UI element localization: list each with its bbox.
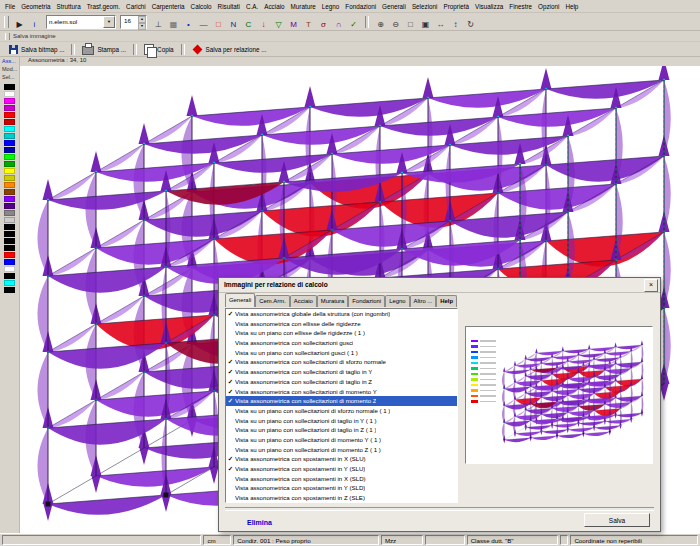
salva-per-relazione-button[interactable]: Salva per relazione ... <box>187 43 272 56</box>
list-item[interactable]: ✓Vista assonometrica con sollecitazioni … <box>226 367 457 377</box>
list-item[interactable]: Vista assonometrica con spostamenti in X… <box>226 474 457 484</box>
tab-muratura[interactable]: Muratura <box>317 295 349 307</box>
panel-tab-ass[interactable]: Ass... <box>0 57 19 65</box>
menu-calcolo[interactable]: Calcolo <box>188 3 215 10</box>
palette-swatch[interactable] <box>4 280 15 286</box>
menu-propriet[interactable]: Proprietà <box>440 3 472 10</box>
list-item[interactable]: Vista assonometrica con spostamenti in Z… <box>226 493 457 503</box>
spinner-arrows[interactable]: ▲▼ <box>138 16 146 28</box>
list-item[interactable]: Vista su un piano con sollecitazioni di … <box>226 445 457 455</box>
palette-swatch[interactable] <box>4 105 15 111</box>
palette-swatch[interactable] <box>4 231 15 237</box>
info-icon[interactable]: i <box>27 18 42 31</box>
toolbar-grip[interactable] <box>5 33 10 40</box>
constraints-icon[interactable]: C <box>241 18 256 31</box>
palette-swatch[interactable] <box>4 287 15 293</box>
check-results-icon[interactable]: ✓ <box>346 18 361 31</box>
menu-ca[interactable]: C.A. <box>243 3 261 10</box>
tab-help[interactable]: Help <box>436 295 457 307</box>
list-item[interactable]: Vista su un piano con sollecitazioni di … <box>226 435 457 445</box>
list-item[interactable]: ✓Vista assonometrica con sollecitazioni … <box>226 377 457 387</box>
panel-tab-sel[interactable]: Sel... <box>0 73 19 81</box>
list-item[interactable]: ✓Vista assonometrica con spostamenti in … <box>226 454 457 464</box>
menu-legno[interactable]: Legno <box>319 3 343 10</box>
diagram-icon[interactable]: ∩ <box>331 18 346 31</box>
list-item[interactable]: Vista assonometrica con ellisse delle ri… <box>226 319 457 329</box>
menu-fondazioni[interactable]: Fondazioni <box>342 3 379 10</box>
list-item[interactable]: Vista assonometrica con spostamenti in Y… <box>226 483 457 493</box>
tab-generali[interactable]: Generali <box>225 293 255 307</box>
palette-swatch[interactable] <box>4 182 15 188</box>
chevron-down-icon[interactable]: ▼ <box>103 16 115 28</box>
list-item[interactable]: Vista su un piano con sollecitazioni di … <box>226 406 457 416</box>
node-icon[interactable]: • <box>181 18 196 31</box>
menu-generali[interactable]: Generali <box>379 3 409 10</box>
palette-swatch[interactable] <box>4 238 15 244</box>
pan-horizontal-icon[interactable]: ↔ <box>433 18 448 31</box>
palette-swatch[interactable] <box>4 112 15 118</box>
zoom-out-icon[interactable]: ⊖ <box>388 18 403 31</box>
list-item[interactable]: Vista su un piano con sollecitazioni di … <box>226 425 457 435</box>
moment-icon[interactable]: M <box>286 18 301 31</box>
dialog-title-bar[interactable]: Immagini per relazione di calcolo × <box>219 278 660 293</box>
text-size-spinner[interactable]: 16 ▲▼ <box>120 15 147 29</box>
menu-acciaio[interactable]: Acciaio <box>261 3 287 10</box>
palette-swatch[interactable] <box>4 175 15 181</box>
palette-swatch[interactable] <box>4 119 15 125</box>
loads-icon[interactable]: ↓ <box>256 18 271 31</box>
palette-swatch[interactable] <box>4 210 15 216</box>
elimina-button[interactable]: Elimina <box>247 519 272 526</box>
menu-help[interactable]: Help <box>562 3 581 10</box>
tab-legno[interactable]: Legno <box>385 295 409 307</box>
palette-swatch[interactable] <box>4 259 15 265</box>
menu-murature[interactable]: Murature <box>288 3 319 10</box>
beam-icon[interactable]: — <box>196 18 211 31</box>
salva-button[interactable]: Salva <box>584 513 650 527</box>
palette-swatch[interactable] <box>4 140 15 146</box>
axes-icon[interactable]: ⊥ <box>151 18 166 31</box>
menu-opzioni[interactable]: Opzioni <box>535 3 562 10</box>
menu-struttura[interactable]: Struttura <box>54 3 84 10</box>
numbering-icon[interactable]: N <box>226 18 241 31</box>
palette-swatch[interactable] <box>4 245 15 251</box>
palette-swatch[interactable] <box>4 168 15 174</box>
palette-swatch[interactable] <box>4 91 15 97</box>
toolbar-grip[interactable] <box>4 16 9 28</box>
salva-bitmap-button[interactable]: Salva bitmap ... <box>4 43 69 56</box>
menu-finestre[interactable]: Finestre <box>506 3 535 10</box>
zoom-window-icon[interactable]: □ <box>403 18 418 31</box>
zoom-in-icon[interactable]: ⊕ <box>373 18 388 31</box>
tab-cemarm[interactable]: Cem.Arm. <box>255 295 290 307</box>
pan-vertical-icon[interactable]: ↕ <box>448 18 463 31</box>
tab-fondazioni[interactable]: Fondazioni <box>348 295 385 307</box>
menu-file[interactable]: File <box>2 3 18 10</box>
palette-swatch[interactable] <box>4 217 15 223</box>
shear-icon[interactable]: T <box>301 18 316 31</box>
panel-tab-mod[interactable]: Mod... <box>0 65 19 73</box>
palette-swatch[interactable] <box>4 203 15 209</box>
copia-button[interactable]: Copia <box>139 43 178 56</box>
menu-visualizza[interactable]: Visualizza <box>472 3 506 10</box>
list-item[interactable]: ✓Vista assonometrica con sollecitazioni … <box>226 357 457 367</box>
stampa-button[interactable]: Stampa ... <box>77 43 131 56</box>
palette-swatch[interactable] <box>4 133 15 139</box>
image-list[interactable]: ✓Vista assonometrica globale della strut… <box>225 308 458 503</box>
menu-trasfgeom[interactable]: Trasf.geom. <box>84 3 123 10</box>
list-item[interactable]: Vista su un piano con sollecitazioni gus… <box>226 348 457 358</box>
palette-swatch[interactable] <box>4 161 15 167</box>
rotate-view-icon[interactable]: ↻ <box>463 18 478 31</box>
palette-swatch[interactable] <box>4 84 15 90</box>
palette-swatch[interactable] <box>4 273 15 279</box>
palette-swatch[interactable] <box>4 98 15 104</box>
palette-swatch[interactable] <box>4 224 15 230</box>
shell-icon[interactable]: □ <box>211 18 226 31</box>
palette-swatch[interactable] <box>4 147 15 153</box>
palette-swatch[interactable] <box>4 266 15 272</box>
mesh-icon[interactable]: ▦ <box>166 18 181 31</box>
close-icon[interactable]: × <box>644 279 658 292</box>
menu-carpenteria[interactable]: Carpenteria <box>149 3 188 10</box>
menu-geometria[interactable]: Geometria <box>18 3 53 10</box>
list-item[interactable]: Vista su un piano con sollecitazioni di … <box>226 416 457 426</box>
tab-acciaio[interactable]: Acciaio <box>290 295 317 307</box>
list-item[interactable]: ✓Vista assonometrica con sollecitazioni … <box>226 396 457 406</box>
